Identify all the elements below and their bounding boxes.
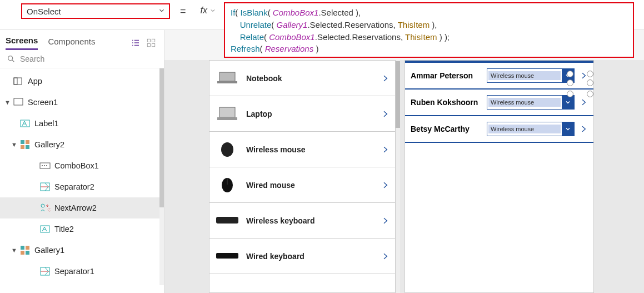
tree-node-label: NextArrow2: [54, 203, 97, 212]
product-row[interactable]: Wireless mouse: [209, 132, 395, 167]
tree-view-panel: Screens Components Search App▼Screen1Lab…: [0, 30, 164, 293]
property-dropdown[interactable]: OnSelect: [21, 3, 170, 19]
tree-scrollbar[interactable]: [159, 68, 164, 285]
tree-node-nextarrow2[interactable]: ♡NextArrow2: [0, 197, 164, 218]
product-row[interactable]: Notebook: [209, 61, 395, 96]
tree-node-label: App: [28, 77, 42, 86]
chevron-right-icon[interactable]: [381, 107, 390, 121]
reservation-row: Betsy McCarthyWireless mouse: [405, 116, 593, 143]
tab-components[interactable]: Components: [48, 37, 95, 49]
grid-view-icon[interactable]: [145, 37, 157, 49]
svg-rect-23: [21, 251, 24, 255]
chevron-right-icon[interactable]: [381, 72, 390, 85]
tree-node-separator1[interactable]: Separator1: [0, 261, 164, 282]
tab-screens[interactable]: Screens: [6, 36, 38, 50]
chevron-down-icon: [158, 7, 166, 14]
tree-node-title2[interactable]: Title2: [0, 218, 164, 240]
svg-rect-27: [217, 81, 237, 83]
svg-rect-22: [26, 246, 29, 250]
fx-label[interactable]: fx: [201, 6, 216, 16]
app-icon: [12, 75, 24, 87]
combobox-value: Wireless mouse: [488, 125, 561, 133]
chevron-right-icon[interactable]: [381, 250, 390, 263]
equals-label: =: [180, 6, 186, 17]
tree-node-app[interactable]: App: [0, 71, 164, 92]
reservation-combobox[interactable]: Wireless mouse: [487, 68, 575, 83]
list-view-icon[interactable]: [129, 37, 142, 49]
chevron-down-icon[interactable]: [562, 96, 574, 109]
reservation-row: Ruben KokshoornWireless mouse: [405, 90, 593, 116]
app-canvas: NotebookLaptopWireless mouseWired mouseW…: [164, 60, 644, 293]
svg-rect-8: [21, 120, 29, 127]
combobox-icon: [39, 160, 51, 172]
chevron-right-icon[interactable]: [381, 214, 390, 227]
reservation-combobox[interactable]: Wireless mouse: [487, 122, 575, 136]
svg-rect-29: [217, 117, 237, 120]
product-name: Wireless mouse: [246, 145, 381, 154]
product-row[interactable]: Wireless keyboard: [209, 203, 395, 239]
product-image: [215, 212, 239, 230]
product-row[interactable]: Wired keyboard: [209, 239, 395, 274]
reservation-gallery: Ammar PetersonWireless mouseRuben Koksho…: [405, 60, 594, 293]
reservation-name: Ammar Peterson: [411, 71, 487, 80]
svg-rect-2: [147, 44, 150, 47]
gallery-icon: [19, 244, 31, 256]
screen-icon: [12, 96, 24, 108]
product-name: Laptop: [246, 110, 381, 118]
chevron-down-icon[interactable]: [562, 69, 574, 82]
search-icon: [7, 54, 16, 63]
product-gallery: NotebookLaptopWireless mouseWired mouseW…: [209, 60, 396, 293]
tree-node-gallery1[interactable]: ▼Gallery1: [0, 240, 164, 261]
reservation-combobox[interactable]: Wireless mouse: [487, 95, 575, 110]
product-name: Wired mouse: [246, 181, 381, 190]
panel-tabs: Screens Components: [0, 30, 164, 50]
product-image: [215, 247, 239, 265]
formula-editor[interactable]: If( IsBlank( ComboBox1.Selected ), Unrel…: [224, 2, 634, 58]
product-row[interactable]: Wired mouse: [209, 167, 395, 203]
reservation-name: Betsy McCarthy: [411, 125, 487, 133]
formula-bar: OnSelect = fx If( IsBlank( ComboBox1.Sel…: [0, 0, 644, 30]
svg-rect-20: [41, 226, 49, 232]
tree-node-screen1[interactable]: ▼Screen1: [0, 92, 164, 113]
svg-rect-24: [26, 251, 29, 255]
svg-rect-10: [26, 140, 29, 144]
product-image: [215, 105, 239, 123]
expand-icon: ▼: [4, 99, 12, 106]
tree-node-label1[interactable]: Label1: [0, 113, 164, 134]
chevron-right-icon[interactable]: [381, 178, 390, 192]
product-row[interactable]: Laptop: [209, 96, 395, 132]
product-image: [215, 176, 239, 194]
svg-rect-12: [26, 145, 29, 149]
separator-icon: [39, 265, 51, 277]
svg-rect-1: [152, 39, 155, 42]
combobox-value: Wireless mouse: [488, 98, 561, 107]
tree-node-combobox1[interactable]: ComboBox1: [0, 155, 164, 176]
separator-icon: [39, 181, 51, 193]
tree-node-label: Title2: [54, 225, 74, 234]
next-arrow-icon[interactable]: [579, 69, 588, 82]
tree-node-separator2[interactable]: Separator2: [0, 176, 164, 197]
svg-point-15: [44, 165, 45, 166]
next-arrow-icon[interactable]: [579, 122, 588, 136]
svg-rect-3: [152, 44, 155, 47]
tree-search[interactable]: Search: [0, 50, 164, 68]
label-icon: [19, 117, 31, 130]
svg-rect-7: [14, 98, 23, 105]
tree-node-label: Separator1: [54, 267, 94, 276]
svg-text:♡: ♡: [47, 207, 51, 213]
svg-rect-28: [219, 107, 235, 117]
combobox-value: Wireless mouse: [488, 71, 561, 80]
svg-rect-11: [21, 145, 24, 149]
svg-rect-32: [216, 217, 238, 224]
chevron-down-icon: [209, 7, 216, 14]
chevron-down-icon[interactable]: [562, 122, 574, 136]
expand-icon: ▼: [11, 141, 19, 148]
tree-node-label: Screen1: [28, 98, 58, 107]
gallery-scrollbar[interactable]: [396, 60, 400, 293]
chevron-right-icon[interactable]: [381, 143, 390, 156]
label-icon: [39, 223, 51, 235]
svg-rect-9: [21, 140, 24, 144]
svg-rect-0: [147, 39, 150, 42]
next-arrow-icon[interactable]: [579, 96, 588, 109]
tree-node-gallery2[interactable]: ▼Gallery2: [0, 134, 164, 155]
